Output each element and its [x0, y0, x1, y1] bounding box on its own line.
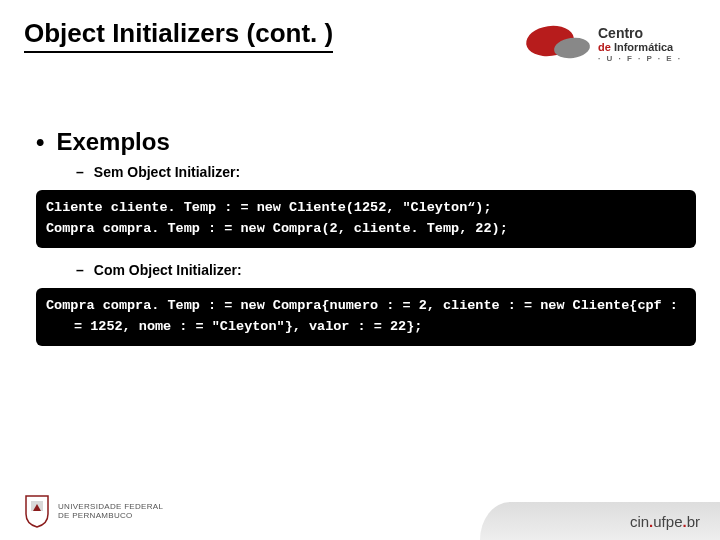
code-block-with: Compra compra. Temp : = new Compra{numer… — [36, 288, 696, 346]
code-block-without: Cliente cliente. Temp : = new Cliente(12… — [36, 190, 696, 248]
code-line: Compra compra. Temp : = new Compra(2, cl… — [46, 221, 508, 236]
ufpe-text: UNIVERSIDADE FEDERAL DE PERNAMBUCO — [58, 502, 163, 520]
content: Exemplos Sem Object Initializer: Cliente… — [24, 128, 696, 346]
page-title: Object Initializers (cont. ) — [24, 18, 333, 53]
ufpe-line1: UNIVERSIDADE FEDERAL — [58, 502, 163, 511]
bullet-with: Com Object Initializer: — [76, 262, 696, 278]
footer-right: cin.ufpe.br — [480, 502, 720, 540]
cin-swoosh-icon — [526, 20, 596, 62]
header: Object Initializers (cont. ) Centro de I… — [24, 18, 696, 73]
bullet-examples: Exemplos — [36, 128, 696, 156]
footer: UNIVERSIDADE FEDERAL DE PERNAMBUCO cin.u… — [0, 480, 720, 540]
code-line: Cliente cliente. Temp : = new Cliente(12… — [46, 200, 492, 215]
logo-cin: Centro de Informática · U · F · P · E · — [526, 18, 696, 73]
footer-url: cin.ufpe.br — [630, 513, 700, 530]
cin-logo-text: Centro de Informática · U · F · P · E · — [598, 26, 682, 64]
cin-line3: · U · F · P · E · — [598, 55, 682, 64]
cin-line1: Centro — [598, 26, 682, 41]
code-line: Compra compra. Temp : = new Compra{numer… — [46, 296, 686, 338]
slide: Object Initializers (cont. ) Centro de I… — [0, 0, 720, 540]
ufpe-shield-icon — [24, 494, 50, 528]
bullet-without: Sem Object Initializer: — [76, 164, 696, 180]
title-wrap: Object Initializers (cont. ) — [24, 18, 333, 53]
footer-left: UNIVERSIDADE FEDERAL DE PERNAMBUCO — [24, 494, 163, 528]
cin-line2: de Informática — [598, 41, 682, 53]
ufpe-line2: DE PERNAMBUCO — [58, 511, 163, 520]
